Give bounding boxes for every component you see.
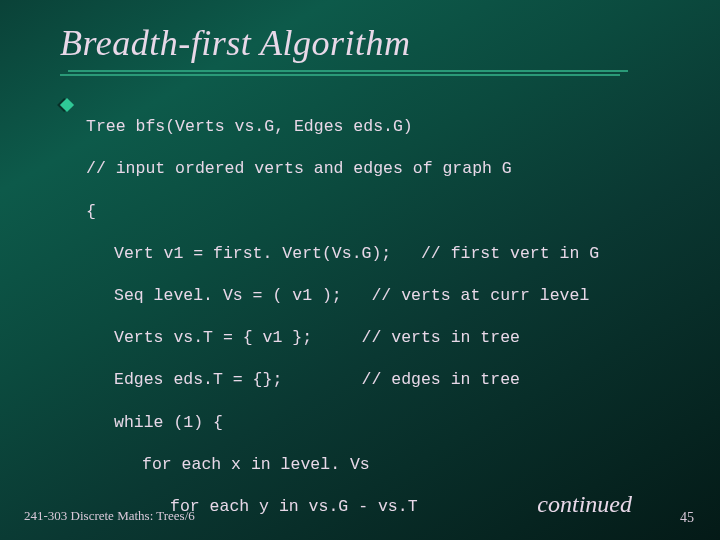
slide-title: Breadth-first Algorithm — [60, 22, 680, 64]
code-line: Seq level. Vs = ( v1 ); // verts at curr… — [86, 285, 599, 306]
code-line: Verts vs.T = { v1 }; // verts in tree — [86, 327, 599, 348]
code-line: Tree bfs(Verts vs.G, Edges eds.G) — [86, 116, 599, 137]
title-underline-shadow — [60, 74, 620, 76]
code-line: Edges eds.T = {}; // edges in tree — [86, 369, 599, 390]
code-line: for each x in level. Vs — [86, 454, 599, 475]
code-line: // input ordered verts and edges of grap… — [86, 158, 599, 179]
code-line: { — [86, 201, 599, 222]
title-underline — [68, 70, 628, 72]
code-block: Tree bfs(Verts vs.G, Edges eds.G) // inp… — [86, 95, 599, 540]
page-number: 45 — [680, 510, 694, 526]
code-line: Vert v1 = first. Vert(Vs.G); // first ve… — [86, 243, 599, 264]
continued-label: continued — [537, 491, 632, 518]
diamond-bullet-icon — [60, 98, 74, 112]
footer-text: 241-303 Discrete Maths: Trees/6 — [24, 508, 195, 524]
code-line: while (1) { — [86, 412, 599, 433]
